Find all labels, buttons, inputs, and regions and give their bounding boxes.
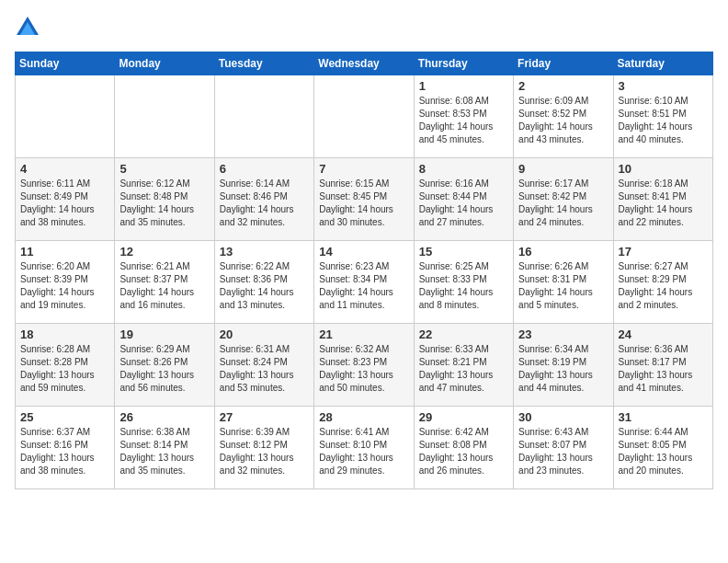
day-info: Sunrise: 6:33 AM Sunset: 8:21 PM Dayligh… — [419, 343, 508, 395]
calendar-cell — [115, 75, 214, 158]
calendar-cell: 18Sunrise: 6:28 AM Sunset: 8:28 PM Dayli… — [16, 324, 115, 407]
day-number: 20 — [220, 327, 309, 341]
day-info: Sunrise: 6:36 AM Sunset: 8:17 PM Dayligh… — [619, 343, 708, 395]
calendar-cell: 12Sunrise: 6:21 AM Sunset: 8:37 PM Dayli… — [115, 241, 214, 324]
day-number: 4 — [20, 162, 109, 176]
day-number: 18 — [20, 327, 109, 341]
calendar-cell: 3Sunrise: 6:10 AM Sunset: 8:51 PM Daylig… — [613, 75, 712, 158]
day-number: 8 — [419, 162, 508, 176]
weekday-header-monday: Monday — [115, 52, 214, 75]
day-info: Sunrise: 6:21 AM Sunset: 8:37 PM Dayligh… — [119, 260, 209, 312]
day-info: Sunrise: 6:37 AM Sunset: 8:16 PM Dayligh… — [20, 426, 109, 477]
calendar-cell: 31Sunrise: 6:44 AM Sunset: 8:05 PM Dayli… — [613, 407, 712, 489]
calendar-cell: 27Sunrise: 6:39 AM Sunset: 8:12 PM Dayli… — [214, 407, 313, 489]
day-info: Sunrise: 6:29 AM Sunset: 8:26 PM Dayligh… — [119, 343, 209, 395]
calendar-week-row: 18Sunrise: 6:28 AM Sunset: 8:28 PM Dayli… — [16, 324, 713, 407]
day-info: Sunrise: 6:34 AM Sunset: 8:19 PM Dayligh… — [518, 343, 608, 395]
logo — [15, 15, 44, 40]
calendar-week-row: 1Sunrise: 6:08 AM Sunset: 8:53 PM Daylig… — [16, 75, 713, 158]
day-number: 30 — [518, 410, 608, 424]
calendar-cell: 1Sunrise: 6:08 AM Sunset: 8:53 PM Daylig… — [414, 75, 513, 158]
page-header — [15, 15, 713, 40]
day-number: 27 — [220, 410, 309, 424]
day-info: Sunrise: 6:12 AM Sunset: 8:48 PM Dayligh… — [119, 178, 209, 229]
day-number: 12 — [119, 245, 209, 259]
calendar-cell: 21Sunrise: 6:32 AM Sunset: 8:23 PM Dayli… — [314, 324, 414, 407]
weekday-header-saturday: Saturday — [613, 52, 712, 75]
calendar-cell: 10Sunrise: 6:18 AM Sunset: 8:41 PM Dayli… — [613, 158, 712, 241]
calendar-cell: 28Sunrise: 6:41 AM Sunset: 8:10 PM Dayli… — [314, 407, 414, 489]
calendar-cell: 23Sunrise: 6:34 AM Sunset: 8:19 PM Dayli… — [514, 324, 613, 407]
day-info: Sunrise: 6:41 AM Sunset: 8:10 PM Dayligh… — [319, 426, 408, 477]
day-info: Sunrise: 6:23 AM Sunset: 8:34 PM Dayligh… — [319, 260, 408, 312]
calendar-week-row: 4Sunrise: 6:11 AM Sunset: 8:49 PM Daylig… — [16, 158, 713, 241]
calendar-cell: 9Sunrise: 6:17 AM Sunset: 8:42 PM Daylig… — [514, 158, 613, 241]
calendar-cell: 15Sunrise: 6:25 AM Sunset: 8:33 PM Dayli… — [414, 241, 513, 324]
day-info: Sunrise: 6:26 AM Sunset: 8:31 PM Dayligh… — [518, 260, 608, 312]
day-number: 10 — [619, 162, 708, 176]
day-number: 22 — [419, 327, 508, 341]
day-number: 16 — [518, 245, 608, 259]
day-number: 1 — [419, 79, 508, 93]
calendar-cell: 8Sunrise: 6:16 AM Sunset: 8:44 PM Daylig… — [414, 158, 513, 241]
calendar-cell — [214, 75, 313, 158]
calendar-cell: 11Sunrise: 6:20 AM Sunset: 8:39 PM Dayli… — [16, 241, 115, 324]
day-number: 6 — [220, 162, 309, 176]
calendar-cell: 6Sunrise: 6:14 AM Sunset: 8:46 PM Daylig… — [214, 158, 313, 241]
day-info: Sunrise: 6:42 AM Sunset: 8:08 PM Dayligh… — [419, 426, 508, 477]
day-info: Sunrise: 6:44 AM Sunset: 8:05 PM Dayligh… — [619, 426, 708, 477]
day-info: Sunrise: 6:38 AM Sunset: 8:14 PM Dayligh… — [119, 426, 209, 477]
calendar-cell: 16Sunrise: 6:26 AM Sunset: 8:31 PM Dayli… — [514, 241, 613, 324]
calendar-cell: 4Sunrise: 6:11 AM Sunset: 8:49 PM Daylig… — [16, 158, 115, 241]
day-info: Sunrise: 6:25 AM Sunset: 8:33 PM Dayligh… — [419, 260, 508, 312]
calendar-cell: 30Sunrise: 6:43 AM Sunset: 8:07 PM Dayli… — [514, 407, 613, 489]
day-info: Sunrise: 6:43 AM Sunset: 8:07 PM Dayligh… — [518, 426, 608, 477]
calendar-cell: 17Sunrise: 6:27 AM Sunset: 8:29 PM Dayli… — [613, 241, 712, 324]
calendar-cell: 25Sunrise: 6:37 AM Sunset: 8:16 PM Dayli… — [16, 407, 115, 489]
weekday-header-friday: Friday — [514, 52, 613, 75]
day-info: Sunrise: 6:32 AM Sunset: 8:23 PM Dayligh… — [319, 343, 408, 395]
calendar-cell: 24Sunrise: 6:36 AM Sunset: 8:17 PM Dayli… — [613, 324, 712, 407]
calendar-cell: 22Sunrise: 6:33 AM Sunset: 8:21 PM Dayli… — [414, 324, 513, 407]
day-number: 23 — [518, 327, 608, 341]
day-info: Sunrise: 6:10 AM Sunset: 8:51 PM Dayligh… — [619, 95, 708, 146]
calendar-week-row: 11Sunrise: 6:20 AM Sunset: 8:39 PM Dayli… — [16, 241, 713, 324]
day-number: 9 — [518, 162, 608, 176]
day-number: 5 — [119, 162, 209, 176]
day-number: 11 — [20, 245, 109, 259]
day-info: Sunrise: 6:28 AM Sunset: 8:28 PM Dayligh… — [20, 343, 109, 395]
day-info: Sunrise: 6:16 AM Sunset: 8:44 PM Dayligh… — [419, 178, 508, 229]
weekday-header-row: SundayMondayTuesdayWednesdayThursdayFrid… — [16, 52, 713, 75]
weekday-header-sunday: Sunday — [16, 52, 115, 75]
calendar-table: SundayMondayTuesdayWednesdayThursdayFrid… — [15, 52, 713, 489]
day-info: Sunrise: 6:27 AM Sunset: 8:29 PM Dayligh… — [619, 260, 708, 312]
day-number: 26 — [119, 410, 209, 424]
day-info: Sunrise: 6:22 AM Sunset: 8:36 PM Dayligh… — [220, 260, 309, 312]
day-info: Sunrise: 6:17 AM Sunset: 8:42 PM Dayligh… — [518, 178, 608, 229]
day-number: 31 — [619, 410, 708, 424]
day-number: 28 — [319, 410, 408, 424]
calendar-cell: 2Sunrise: 6:09 AM Sunset: 8:52 PM Daylig… — [514, 75, 613, 158]
day-info: Sunrise: 6:15 AM Sunset: 8:45 PM Dayligh… — [319, 178, 408, 229]
day-number: 24 — [619, 327, 708, 341]
calendar-cell: 19Sunrise: 6:29 AM Sunset: 8:26 PM Dayli… — [115, 324, 214, 407]
day-info: Sunrise: 6:20 AM Sunset: 8:39 PM Dayligh… — [20, 260, 109, 312]
calendar-cell: 20Sunrise: 6:31 AM Sunset: 8:24 PM Dayli… — [214, 324, 313, 407]
day-info: Sunrise: 6:08 AM Sunset: 8:53 PM Dayligh… — [419, 95, 508, 146]
weekday-header-thursday: Thursday — [414, 52, 513, 75]
calendar-cell: 5Sunrise: 6:12 AM Sunset: 8:48 PM Daylig… — [115, 158, 214, 241]
calendar-cell — [16, 75, 115, 158]
day-number: 17 — [619, 245, 708, 259]
logo-icon — [15, 15, 40, 40]
day-number: 3 — [619, 79, 708, 93]
day-number: 15 — [419, 245, 508, 259]
day-info: Sunrise: 6:11 AM Sunset: 8:49 PM Dayligh… — [20, 178, 109, 229]
day-number: 14 — [319, 245, 408, 259]
day-number: 21 — [319, 327, 408, 341]
day-number: 2 — [518, 79, 608, 93]
weekday-header-wednesday: Wednesday — [314, 52, 414, 75]
day-info: Sunrise: 6:14 AM Sunset: 8:46 PM Dayligh… — [220, 178, 309, 229]
calendar-cell: 13Sunrise: 6:22 AM Sunset: 8:36 PM Dayli… — [214, 241, 313, 324]
calendar-cell: 26Sunrise: 6:38 AM Sunset: 8:14 PM Dayli… — [115, 407, 214, 489]
day-info: Sunrise: 6:09 AM Sunset: 8:52 PM Dayligh… — [518, 95, 608, 146]
